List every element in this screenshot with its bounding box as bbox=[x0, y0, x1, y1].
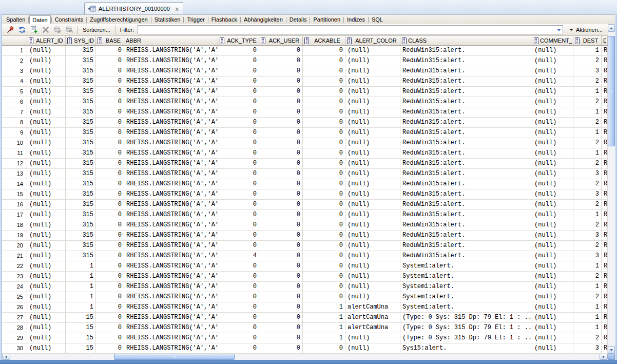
vertical-scrollbar-thumb[interactable] bbox=[608, 36, 615, 146]
cell[interactable]: (null) bbox=[532, 302, 573, 312]
cell[interactable]: (null) bbox=[345, 231, 400, 240]
cell[interactable]: 0 bbox=[259, 118, 303, 127]
cell[interactable]: 0 bbox=[259, 46, 303, 55]
row-number[interactable]: 15 bbox=[2, 189, 27, 199]
cell[interactable]: 0 bbox=[96, 323, 124, 333]
cell[interactable]: (null) bbox=[532, 343, 573, 353]
cell[interactable]: 0 bbox=[259, 292, 303, 302]
column-header-d[interactable]: D bbox=[602, 36, 608, 45]
cell[interactable]: 315 bbox=[66, 200, 96, 209]
cell[interactable]: 2 bbox=[573, 292, 602, 302]
sort-button[interactable]: Sortieren... bbox=[81, 27, 112, 33]
cell[interactable]: 0 bbox=[218, 302, 259, 312]
scroll-up-icon[interactable] bbox=[608, 24, 615, 32]
cell[interactable]: 0 bbox=[259, 189, 303, 199]
cell[interactable]: 0 bbox=[303, 128, 345, 138]
cell[interactable]: 2 bbox=[573, 56, 602, 66]
cell[interactable]: 4 bbox=[218, 251, 259, 261]
cell[interactable]: ReduWin315:alert. bbox=[400, 179, 532, 189]
cell[interactable]: (null) bbox=[345, 333, 400, 343]
cell[interactable]: (null) bbox=[27, 179, 66, 189]
cell[interactable]: (null) bbox=[532, 189, 573, 199]
cell[interactable]: 0 bbox=[303, 220, 345, 230]
cell[interactable]: 3 bbox=[573, 251, 602, 261]
cell[interactable]: Sys15:alert. bbox=[400, 343, 532, 353]
cell[interactable]: ReduWin315:alert. bbox=[400, 189, 532, 199]
cell[interactable]: alertCamUna bbox=[345, 323, 400, 333]
row-number[interactable]: 21 bbox=[2, 251, 27, 261]
row-number[interactable]: 28 bbox=[2, 323, 27, 333]
cell[interactable]: 0 bbox=[96, 159, 124, 168]
cell[interactable]: 15 bbox=[66, 333, 96, 343]
cell[interactable]: (null) bbox=[532, 56, 573, 66]
cell[interactable]: 0 bbox=[303, 179, 345, 189]
cell[interactable]: (null) bbox=[27, 138, 66, 148]
cell[interactable]: ReduWin315:alert. bbox=[400, 118, 532, 127]
cell[interactable]: 0 bbox=[303, 261, 345, 271]
cell[interactable]: (null) bbox=[345, 66, 400, 76]
cell[interactable]: R bbox=[602, 261, 608, 271]
row-number[interactable]: 26 bbox=[2, 302, 27, 312]
cell[interactable]: 0 bbox=[218, 220, 259, 230]
cell[interactable]: RHEISS.LANGSTRING('A','A') bbox=[124, 231, 218, 240]
cell[interactable]: (null) bbox=[345, 169, 400, 179]
cell[interactable]: (null) bbox=[27, 76, 66, 86]
cell[interactable]: 315 bbox=[66, 159, 96, 168]
cell[interactable]: (Type: 0 Sys: 315 Dp: 79 El: 1 : ..) bbox=[400, 323, 532, 333]
cell[interactable]: 3 bbox=[573, 189, 602, 199]
cell[interactable]: 0 bbox=[303, 169, 345, 179]
cell[interactable]: 0 bbox=[303, 210, 345, 220]
cell[interactable]: 0 bbox=[259, 159, 303, 168]
cell[interactable]: (Type: 0 Sys: 315 Dp: 79 El: 1 : ..) bbox=[400, 313, 532, 322]
cell[interactable]: 0 bbox=[96, 179, 124, 189]
column-header-ack_type[interactable]: AZACK_TYPE bbox=[218, 36, 259, 45]
cell[interactable]: (null) bbox=[532, 272, 573, 281]
cell[interactable]: 1 bbox=[573, 323, 602, 333]
cell[interactable]: 0 bbox=[218, 323, 259, 333]
cell[interactable]: 0 bbox=[259, 220, 303, 230]
cell[interactable]: 0 bbox=[218, 189, 259, 199]
cell[interactable]: ReduWin315:alert. bbox=[400, 220, 532, 230]
row-number[interactable]: 13 bbox=[2, 169, 27, 179]
cell[interactable]: RHEISS.LANGSTRING('A','A') bbox=[124, 159, 218, 168]
cell[interactable]: 0 bbox=[259, 148, 303, 158]
cell[interactable]: 0 bbox=[96, 231, 124, 240]
cell[interactable]: RHEISS.LANGSTRING('A','A') bbox=[124, 179, 218, 189]
cell[interactable]: ReduWin315:alert. bbox=[400, 148, 532, 158]
cell[interactable]: R bbox=[602, 179, 608, 189]
cell[interactable]: (null) bbox=[27, 231, 66, 240]
cell[interactable]: RHEISS.LANGSTRING('A','A') bbox=[124, 292, 218, 302]
cell[interactable]: (null) bbox=[27, 118, 66, 127]
row-number[interactable]: 8 bbox=[2, 118, 27, 127]
cell[interactable]: 0 bbox=[218, 282, 259, 292]
cell[interactable]: 0 bbox=[96, 97, 124, 107]
cell[interactable]: RHEISS.LANGSTRING('A','A') bbox=[124, 87, 218, 97]
actions-button[interactable]: Aktionen... bbox=[567, 27, 605, 33]
cell[interactable]: (null) bbox=[345, 282, 400, 292]
cell[interactable]: 0 bbox=[96, 189, 124, 199]
column-header-ack_user[interactable]: AZACK_USER bbox=[259, 36, 303, 45]
column-header-alert_id[interactable]: AZALERT_ID bbox=[27, 36, 66, 45]
cell[interactable]: (null) bbox=[345, 241, 400, 251]
cell[interactable]: 0 bbox=[259, 169, 303, 179]
cell[interactable]: R bbox=[602, 148, 608, 158]
cell[interactable]: 0 bbox=[303, 118, 345, 127]
cell[interactable]: 1 bbox=[573, 302, 602, 312]
cell[interactable]: 0 bbox=[218, 333, 259, 343]
cell[interactable]: ReduWin315:alert. bbox=[400, 231, 532, 240]
cell[interactable]: (null) bbox=[532, 159, 573, 168]
cell[interactable]: 0 bbox=[303, 87, 345, 97]
cell[interactable]: R bbox=[602, 323, 608, 333]
cell[interactable]: 0 bbox=[96, 251, 124, 261]
cell[interactable]: 2 bbox=[573, 200, 602, 209]
cell[interactable]: 0 bbox=[218, 148, 259, 158]
cell[interactable]: R bbox=[602, 189, 608, 199]
cell[interactable]: 0 bbox=[96, 272, 124, 281]
cell[interactable]: 315 bbox=[66, 76, 96, 86]
cell[interactable]: 0 bbox=[96, 66, 124, 76]
cell[interactable]: 0 bbox=[303, 148, 345, 158]
cell[interactable]: R bbox=[602, 159, 608, 168]
row-number[interactable]: 18 bbox=[2, 220, 27, 230]
cell[interactable]: 315 bbox=[66, 179, 96, 189]
filter-input[interactable] bbox=[138, 26, 555, 33]
